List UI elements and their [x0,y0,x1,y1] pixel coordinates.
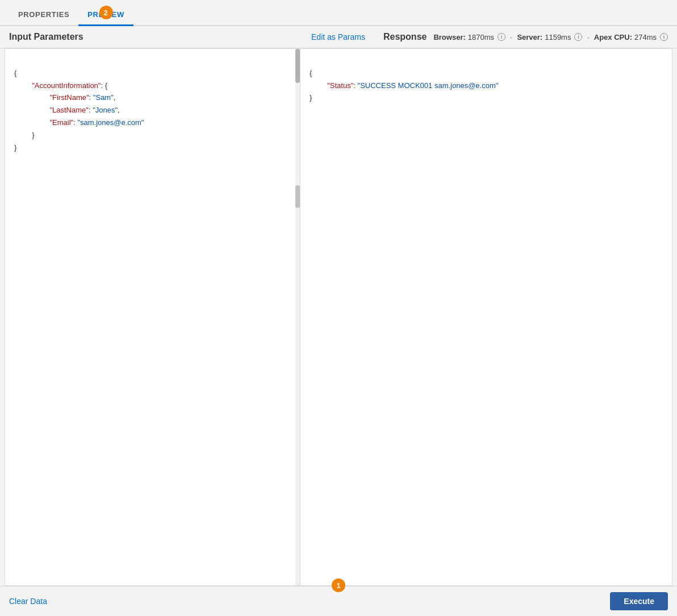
browser-value: 1870ms [468,33,494,41]
response-title: Response [383,32,427,42]
tab-properties[interactable]: PROPERTIES [9,5,78,26]
response-json-viewer: { "Status": "SUCCESS MOCK001 sam.jones@e… [300,49,672,123]
execute-button[interactable]: Execute [610,592,668,610]
footer-badge-1: 1 [332,578,345,592]
sep2: - [587,33,589,41]
right-panel: { "Status": "SUCCESS MOCK001 sam.jones@e… [300,49,672,585]
server-label: Server: [517,33,542,41]
footer: 1 Clear Data Execute [0,586,677,616]
sep1: - [510,33,512,41]
scrollbar-thumb-top[interactable] [295,49,300,83]
apex-info-icon[interactable]: i [660,33,668,41]
apex-label: Apex CPU: [594,33,632,41]
tab-badge-2: 2 [99,6,113,19]
left-panel: { "AccountInformation": { "FirstName": "… [5,49,300,585]
content-area: Input Parameters Edit as Params Response… [0,26,677,616]
browser-info-icon[interactable]: i [498,33,505,41]
tab-bar: PROPERTIES PREVIEW 2 [0,0,677,26]
tab-preview[interactable]: PREVIEW 2 [78,5,133,26]
edit-as-params-link[interactable]: Edit as Params [311,32,365,41]
server-value: 1159ms [545,33,571,41]
clear-data-button[interactable]: Clear Data [9,594,47,608]
scrollbar-thumb-bottom[interactable] [295,185,300,208]
browser-label: Browser: [433,33,465,41]
panels-container: { "AccountInformation": { "FirstName": "… [5,48,672,586]
perf-stats: Browser: 1870ms i - Server: 1159ms i - A… [433,33,668,41]
scrollbar-track [295,49,300,585]
toolbar: Input Parameters Edit as Params Response… [0,26,677,48]
input-parameters-title: Input Parameters [9,32,83,42]
input-json-editor[interactable]: { "AccountInformation": { "FirstName": "… [5,49,300,585]
apex-value: 274ms [634,33,657,41]
server-info-icon[interactable]: i [574,33,582,41]
